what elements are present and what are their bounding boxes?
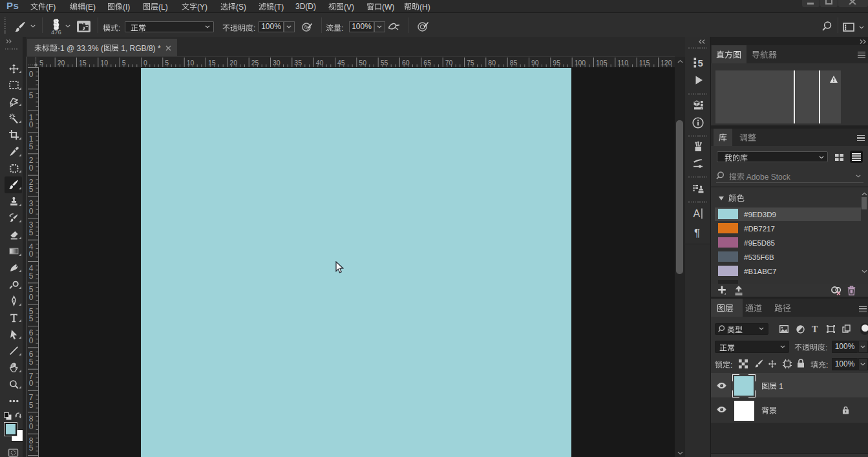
svg-text:5: 5	[29, 185, 34, 194]
svg-text:5: 5	[29, 271, 34, 281]
svg-text:0: 0	[29, 293, 34, 302]
svg-text:0: 0	[29, 250, 34, 259]
svg-text:5: 5	[698, 58, 703, 69]
svg-text:115: 115	[639, 59, 650, 67]
svg-text:0: 0	[29, 422, 34, 431]
svg-text:5: 5	[29, 401, 34, 410]
svg-text:0: 0	[29, 70, 34, 79]
svg-text:120: 120	[661, 59, 672, 67]
svg-text:5: 5	[29, 228, 34, 237]
svg-text:0: 0	[29, 164, 34, 173]
svg-text:A: A	[693, 208, 701, 219]
svg-text:105: 105	[596, 59, 608, 67]
svg-text:110: 110	[617, 59, 628, 67]
svg-text:0: 0	[29, 207, 34, 216]
svg-text:5: 5	[29, 142, 34, 151]
svg-text:5: 5	[29, 314, 34, 323]
svg-text:5: 5	[29, 91, 34, 100]
svg-text:25: 25	[39, 59, 43, 67]
svg-text:0: 0	[29, 336, 34, 345]
svg-text:0: 0	[29, 379, 34, 388]
svg-text:5: 5	[29, 357, 34, 367]
svg-text:¶: ¶	[694, 227, 700, 239]
svg-text:5: 5	[29, 443, 34, 452]
svg-text:0: 0	[29, 120, 34, 129]
